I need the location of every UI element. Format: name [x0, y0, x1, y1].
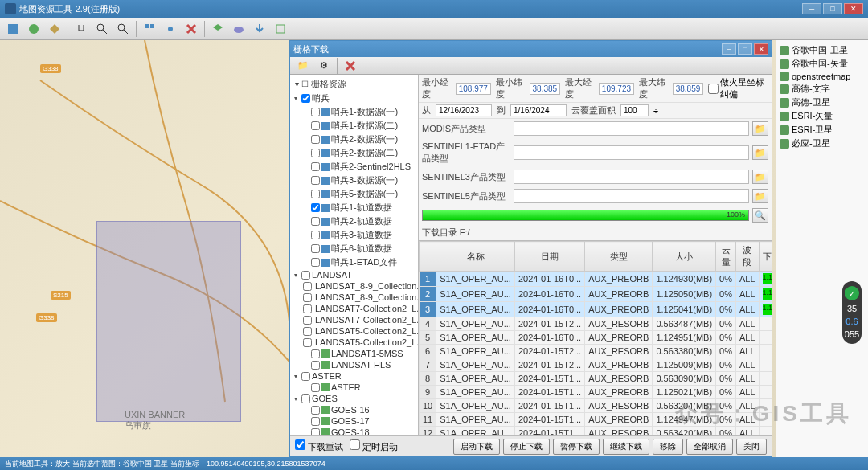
tool-layers-icon[interactable]: [208, 20, 227, 38]
table-header[interactable]: 云量: [716, 242, 736, 272]
dialog-tool-1-icon[interactable]: 📁: [293, 57, 313, 75]
table-row[interactable]: 1S1A_OPER_AU...2024-01-16T0...AUX_PREORB…: [420, 272, 772, 287]
table-row[interactable]: 6S1A_OPER_AU...2024-01-15T2...AUX_RESORB…: [420, 345, 772, 358]
tree-item[interactable]: 哨兵2-轨道数据: [292, 215, 416, 228]
tree-item[interactable]: 哨兵2-数据源(二): [292, 146, 416, 160]
tree-item[interactable]: 哨兵6-轨道数据: [292, 242, 416, 255]
sentinel1-filter-button[interactable]: 📁: [752, 145, 768, 160]
tree-item[interactable]: 哨兵1-轨道数据: [292, 201, 416, 215]
footer-button[interactable]: 移除: [653, 439, 683, 455]
tool-download-icon[interactable]: [250, 20, 269, 38]
tree-item[interactable]: 哨兵2-数据源(一): [292, 133, 416, 146]
from-date-input[interactable]: [436, 104, 492, 116]
tree-item[interactable]: LANDSAT_8-9_Collection...: [292, 292, 416, 303]
footer-button[interactable]: 启动下载: [453, 439, 500, 455]
dialog-maximize-button[interactable]: □: [738, 43, 752, 55]
tree-item[interactable]: LANDSAT7-Collection2_L...: [292, 303, 416, 314]
footer-button[interactable]: 停止下载: [503, 439, 550, 455]
tool-cloud-icon[interactable]: [229, 20, 248, 38]
footer-button[interactable]: 继续下载: [603, 439, 649, 455]
footer-button[interactable]: 关闭: [736, 439, 767, 455]
maximize-button[interactable]: □: [823, 3, 842, 14]
tool-export-icon[interactable]: [271, 20, 290, 38]
close-button[interactable]: ✕: [844, 3, 863, 14]
retry-checkbox[interactable]: 下载重试: [295, 439, 343, 453]
table-header[interactable]: 日期: [514, 242, 584, 272]
tree-item[interactable]: ▾LANDSAT: [292, 269, 416, 280]
table-header[interactable]: 名称: [436, 242, 515, 272]
tool-point-icon[interactable]: [161, 20, 180, 38]
to-date-input[interactable]: [510, 104, 567, 116]
table-header[interactable]: 波段: [736, 242, 760, 272]
layer-item[interactable]: ESRI-卫星: [780, 123, 865, 137]
tree-item[interactable]: 哨兵1-数据源(二): [292, 119, 416, 133]
tree-item[interactable]: ▾哨兵: [292, 92, 416, 105]
minimize-button[interactable]: ─: [802, 3, 821, 14]
tree-item[interactable]: ▾ASTER: [292, 370, 416, 382]
sentinel5-filter-input[interactable]: [514, 189, 749, 203]
layer-item[interactable]: openstreetmap: [780, 71, 865, 82]
tool-save-icon[interactable]: [3, 20, 23, 38]
tree-item[interactable]: GOES-18: [292, 427, 416, 435]
dialog-minimize-button[interactable]: ─: [722, 43, 736, 55]
progress-search-button[interactable]: 🔍: [752, 208, 768, 223]
layer-item[interactable]: 谷歌中国-卫星: [780, 43, 865, 57]
table-row[interactable]: 7S1A_OPER_AU...2024-01-15T2...AUX_PREORB…: [420, 358, 772, 372]
table-row[interactable]: 8S1A_OPER_AU...2024-01-15T1...AUX_RESORB…: [420, 372, 772, 386]
cloud-input[interactable]: [620, 104, 649, 116]
tool-delete-icon[interactable]: [182, 20, 201, 38]
floating-gauge[interactable]: ✓ 35 0.6 055: [842, 281, 862, 344]
tool-grid-icon[interactable]: [140, 20, 159, 38]
tree-item[interactable]: GOES-16: [292, 404, 416, 415]
tree-item[interactable]: LANDSAT5-Collection2_L...: [292, 325, 416, 337]
tree-item[interactable]: GOES-17: [292, 415, 416, 427]
tree-item[interactable]: LANDSAT_8-9_Collection...: [292, 280, 416, 292]
tree-item[interactable]: ▾GOES: [292, 393, 416, 404]
tool-hand-icon[interactable]: [72, 20, 91, 38]
tree-item[interactable]: 哨兵3-数据源(一): [292, 174, 416, 187]
tree-item[interactable]: LANDSAT7-Collection2_L...: [292, 314, 416, 325]
dialog-tool-2-icon[interactable]: ⚙: [314, 57, 334, 75]
layer-item[interactable]: 高德-卫星: [780, 96, 865, 109]
tree-item[interactable]: 哨兵3-轨道数据: [292, 228, 416, 242]
table-row[interactable]: 2S1A_OPER_AU...2024-01-16T0...AUX_PREORB…: [420, 287, 772, 302]
maxlat-value[interactable]: 38.859: [673, 83, 704, 95]
tree-item[interactable]: 哨兵1-数据源(一): [292, 105, 416, 119]
tool-zoomout-icon[interactable]: [113, 20, 133, 38]
table-header[interactable]: 大小: [653, 242, 716, 272]
table-row[interactable]: 9S1A_OPER_AU...2024-01-15T1...AUX_PREORB…: [420, 386, 772, 399]
tree-item[interactable]: LANDSAT1-5MSS: [292, 348, 416, 359]
layer-item[interactable]: ESRI-矢量: [780, 109, 865, 123]
modis-filter-input[interactable]: [514, 121, 749, 136]
layer-item[interactable]: 必应-卫星: [780, 137, 865, 150]
minlon-value[interactable]: 108.977: [456, 83, 491, 95]
table-row[interactable]: 3S1A_OPER_AU...2024-01-16T0...AUX_PREORB…: [420, 302, 772, 317]
tree-item[interactable]: 哨兵5-数据源(一): [292, 187, 416, 201]
scheduled-checkbox[interactable]: 定时启动: [350, 439, 398, 453]
mars-offset-checkbox[interactable]: 做火星坐标纠偏: [708, 76, 768, 100]
sentinel3-filter-button[interactable]: 📁: [752, 170, 768, 184]
tree-item[interactable]: ASTER: [292, 382, 416, 393]
layer-item[interactable]: 高德-文字: [780, 82, 865, 96]
tree-item[interactable]: 哨兵1-ETAD文件: [292, 255, 416, 269]
footer-button[interactable]: 全部取消: [686, 439, 733, 455]
maxlon-value[interactable]: 109.723: [599, 83, 634, 95]
dialog-close-button[interactable]: ✕: [754, 43, 768, 55]
sentinel1-filter-input[interactable]: [514, 145, 749, 160]
tool-polygon-icon[interactable]: [45, 20, 64, 38]
table-header[interactable]: 类型: [585, 242, 653, 272]
minlat-value[interactable]: 38.385: [530, 83, 561, 95]
table-row[interactable]: 4S1A_OPER_AU...2024-01-15T2...AUX_RESORB…: [420, 317, 772, 331]
table-header[interactable]: 下载进度: [759, 242, 772, 272]
table-row[interactable]: 5S1A_OPER_AU...2024-01-16T0...AUX_PREORB…: [420, 331, 772, 345]
layer-item[interactable]: 谷歌中国-矢量: [780, 57, 865, 71]
tree-item[interactable]: 哨兵2-Sentinel2HLS: [292, 160, 416, 174]
tool-globe-icon[interactable]: [24, 20, 43, 38]
sentinel3-filter-input[interactable]: [514, 170, 749, 184]
tree-item[interactable]: LANDSAT5-Collection2_L...: [292, 337, 416, 348]
table-header[interactable]: [420, 242, 436, 272]
tool-zoomin-icon[interactable]: [92, 20, 112, 38]
resource-tree[interactable]: ▾ ☐ 栅格资源 ▾哨兵哨兵1-数据源(一)哨兵1-数据源(二)哨兵2-数据源(…: [290, 75, 419, 435]
dialog-tool-delete-icon[interactable]: [341, 57, 360, 75]
modis-filter-button[interactable]: 📁: [752, 121, 768, 136]
